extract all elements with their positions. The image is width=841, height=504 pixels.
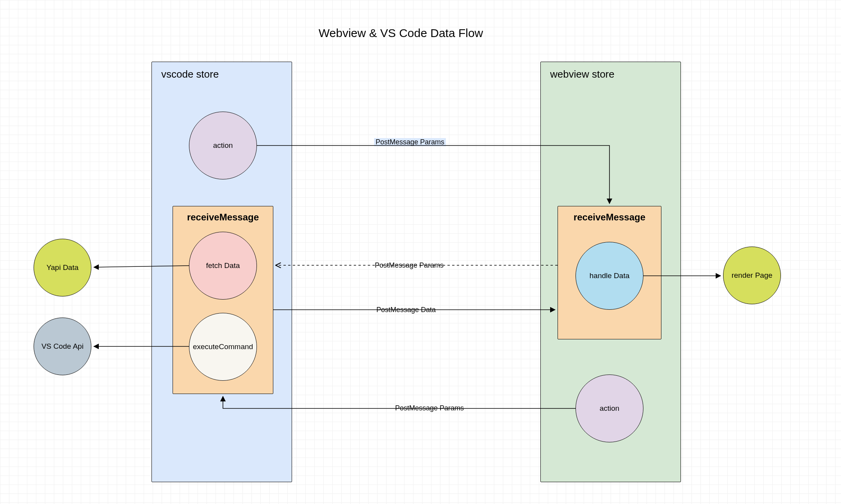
vscode-store-label: vscode store (161, 68, 219, 80)
execute-command-label: executeCommand (193, 343, 253, 351)
handle-data-label: handle Data (590, 272, 629, 280)
diagram-canvas: Webview & VS Code Data Flow vscode store… (0, 0, 841, 504)
edge-label-pm-params-1: PostMessage Params (374, 138, 446, 146)
handle-data-node: handle Data (576, 242, 643, 310)
yapi-data-node: Yapi Data (34, 239, 91, 296)
fetch-data-node: fetch Data (189, 232, 257, 300)
vscode-receive-label: receiveMessage (173, 212, 273, 223)
edge-label-pm-data: PostMessage Data (375, 306, 437, 314)
execute-command-node: executeCommand (189, 313, 257, 381)
edges-overlay (0, 0, 841, 504)
webview-store-label: webview store (550, 68, 615, 80)
webview-receive-label: receiveMessage (558, 212, 661, 223)
vscode-action-label: action (213, 141, 233, 150)
webview-action-node: action (576, 374, 643, 442)
vscode-api-label: VS Code Api (41, 342, 84, 351)
yapi-data-label: Yapi Data (46, 263, 78, 272)
edge-label-pm-params-3: PostMessage Params (394, 404, 465, 412)
edge-label-pm-params-2: PostMessage Params (373, 261, 445, 270)
vscode-action-node: action (189, 112, 257, 179)
render-page-label: render Page (732, 271, 773, 280)
diagram-title: Webview & VS Code Data Flow (319, 27, 483, 40)
render-page-node: render Page (723, 247, 781, 304)
vscode-api-node: VS Code Api (34, 318, 91, 375)
fetch-data-label: fetch Data (206, 261, 240, 270)
webview-action-label: action (600, 404, 620, 413)
